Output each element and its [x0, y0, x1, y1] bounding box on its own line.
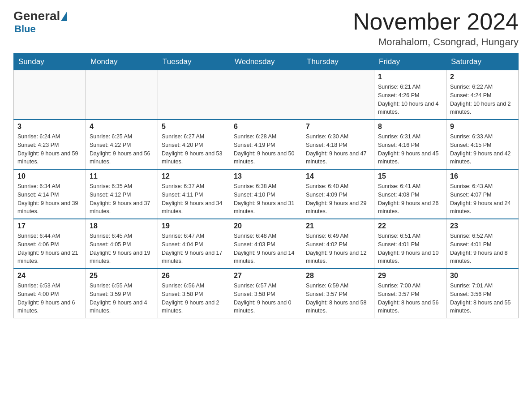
- day-info: Sunrise: 6:55 AM Sunset: 3:59 PM Dayligh…: [90, 282, 154, 315]
- calendar-cell: [158, 70, 230, 120]
- day-info: Sunrise: 6:25 AM Sunset: 4:22 PM Dayligh…: [90, 133, 154, 166]
- calendar-week-row: 3Sunrise: 6:24 AM Sunset: 4:23 PM Daylig…: [14, 120, 519, 169]
- day-number: 25: [90, 272, 154, 280]
- calendar-cell: [230, 70, 302, 120]
- day-number: 9: [450, 123, 515, 131]
- day-info: Sunrise: 6:33 AM Sunset: 4:15 PM Dayligh…: [450, 133, 515, 166]
- day-number: 6: [234, 123, 298, 131]
- calendar-day-header: Friday: [374, 54, 446, 70]
- day-number: 5: [162, 123, 226, 131]
- calendar-cell: 21Sunrise: 6:49 AM Sunset: 4:02 PM Dayli…: [302, 219, 374, 269]
- day-number: 13: [234, 172, 298, 180]
- day-number: 15: [378, 172, 442, 180]
- calendar-cell: 3Sunrise: 6:24 AM Sunset: 4:23 PM Daylig…: [14, 120, 86, 169]
- logo-triangle-icon: [61, 11, 67, 21]
- calendar-day-header: Wednesday: [230, 54, 302, 70]
- day-number: 29: [378, 272, 442, 280]
- calendar-cell: 16Sunrise: 6:43 AM Sunset: 4:07 PM Dayli…: [446, 169, 519, 219]
- calendar-header-row: SundayMondayTuesdayWednesdayThursdayFrid…: [14, 54, 519, 70]
- logo-general-text: General: [13, 9, 60, 23]
- day-info: Sunrise: 6:43 AM Sunset: 4:07 PM Dayligh…: [450, 182, 515, 216]
- day-number: 18: [90, 222, 154, 230]
- day-number: 8: [378, 123, 442, 131]
- calendar-cell: 28Sunrise: 6:59 AM Sunset: 3:57 PM Dayli…: [302, 269, 374, 318]
- day-number: 4: [90, 123, 154, 131]
- day-number: 2: [450, 73, 515, 81]
- day-info: Sunrise: 6:21 AM Sunset: 4:26 PM Dayligh…: [378, 83, 442, 116]
- day-number: 30: [450, 272, 515, 280]
- day-info: Sunrise: 6:52 AM Sunset: 4:01 PM Dayligh…: [450, 232, 515, 265]
- calendar-cell: 15Sunrise: 6:41 AM Sunset: 4:08 PM Dayli…: [374, 169, 446, 219]
- day-number: 7: [306, 123, 370, 131]
- day-info: Sunrise: 6:40 AM Sunset: 4:09 PM Dayligh…: [306, 182, 370, 216]
- calendar-cell: 25Sunrise: 6:55 AM Sunset: 3:59 PM Dayli…: [86, 269, 158, 318]
- calendar-day-header: Tuesday: [158, 54, 230, 70]
- day-number: 3: [17, 123, 82, 131]
- calendar-cell: [14, 70, 86, 120]
- day-info: Sunrise: 6:27 AM Sunset: 4:20 PM Dayligh…: [162, 133, 226, 166]
- calendar-cell: 30Sunrise: 7:01 AM Sunset: 3:56 PM Dayli…: [446, 269, 519, 318]
- calendar-week-row: 24Sunrise: 6:53 AM Sunset: 4:00 PM Dayli…: [14, 269, 519, 318]
- calendar-day-header: Thursday: [302, 54, 374, 70]
- day-number: 22: [378, 222, 442, 230]
- day-info: Sunrise: 6:37 AM Sunset: 4:11 PM Dayligh…: [162, 182, 226, 216]
- day-number: 1: [378, 73, 442, 81]
- day-info: Sunrise: 6:44 AM Sunset: 4:06 PM Dayligh…: [17, 232, 82, 265]
- day-number: 19: [162, 222, 226, 230]
- calendar-cell: 17Sunrise: 6:44 AM Sunset: 4:06 PM Dayli…: [14, 219, 86, 269]
- day-info: Sunrise: 6:34 AM Sunset: 4:14 PM Dayligh…: [17, 182, 82, 216]
- calendar-cell: 26Sunrise: 6:56 AM Sunset: 3:58 PM Dayli…: [158, 269, 230, 318]
- calendar-cell: 20Sunrise: 6:48 AM Sunset: 4:03 PM Dayli…: [230, 219, 302, 269]
- calendar-cell: 5Sunrise: 6:27 AM Sunset: 4:20 PM Daylig…: [158, 120, 230, 169]
- calendar-body: 1Sunrise: 6:21 AM Sunset: 4:26 PM Daylig…: [14, 70, 519, 318]
- calendar-cell: 18Sunrise: 6:45 AM Sunset: 4:05 PM Dayli…: [86, 219, 158, 269]
- calendar-week-row: 17Sunrise: 6:44 AM Sunset: 4:06 PM Dayli…: [14, 219, 519, 269]
- day-info: Sunrise: 6:53 AM Sunset: 4:00 PM Dayligh…: [17, 282, 82, 315]
- day-info: Sunrise: 6:56 AM Sunset: 3:58 PM Dayligh…: [162, 282, 226, 315]
- day-info: Sunrise: 6:24 AM Sunset: 4:23 PM Dayligh…: [17, 133, 82, 166]
- logo: General Blue: [13, 9, 68, 35]
- month-title: November 2024: [353, 9, 519, 34]
- day-info: Sunrise: 6:28 AM Sunset: 4:19 PM Dayligh…: [234, 133, 298, 166]
- day-info: Sunrise: 6:35 AM Sunset: 4:12 PM Dayligh…: [90, 182, 154, 216]
- day-number: 12: [162, 172, 226, 180]
- day-number: 10: [17, 172, 82, 180]
- day-number: 14: [306, 172, 370, 180]
- calendar-cell: 29Sunrise: 7:00 AM Sunset: 3:57 PM Dayli…: [374, 269, 446, 318]
- day-number: 21: [306, 222, 370, 230]
- calendar-cell: 19Sunrise: 6:47 AM Sunset: 4:04 PM Dayli…: [158, 219, 230, 269]
- calendar-cell: 24Sunrise: 6:53 AM Sunset: 4:00 PM Dayli…: [14, 269, 86, 318]
- calendar-cell: 7Sunrise: 6:30 AM Sunset: 4:18 PM Daylig…: [302, 120, 374, 169]
- calendar-cell: 2Sunrise: 6:22 AM Sunset: 4:24 PM Daylig…: [446, 70, 519, 120]
- day-info: Sunrise: 6:57 AM Sunset: 3:58 PM Dayligh…: [234, 282, 298, 315]
- day-number: 26: [162, 272, 226, 280]
- logo-blue-text: Blue: [14, 23, 36, 35]
- calendar-day-header: Saturday: [446, 54, 519, 70]
- day-info: Sunrise: 7:01 AM Sunset: 3:56 PM Dayligh…: [450, 282, 515, 315]
- day-number: 27: [234, 272, 298, 280]
- calendar-cell: 27Sunrise: 6:57 AM Sunset: 3:58 PM Dayli…: [230, 269, 302, 318]
- calendar-cell: 6Sunrise: 6:28 AM Sunset: 4:19 PM Daylig…: [230, 120, 302, 169]
- calendar-table: SundayMondayTuesdayWednesdayThursdayFrid…: [13, 53, 519, 318]
- day-info: Sunrise: 6:38 AM Sunset: 4:10 PM Dayligh…: [234, 182, 298, 216]
- day-number: 24: [17, 272, 82, 280]
- day-info: Sunrise: 6:51 AM Sunset: 4:01 PM Dayligh…: [378, 232, 442, 265]
- header-area: General Blue November 2024 Morahalom, Cs…: [13, 9, 519, 48]
- day-info: Sunrise: 6:31 AM Sunset: 4:16 PM Dayligh…: [378, 133, 442, 166]
- calendar-cell: 10Sunrise: 6:34 AM Sunset: 4:14 PM Dayli…: [14, 169, 86, 219]
- calendar-day-header: Monday: [86, 54, 158, 70]
- calendar-cell: 9Sunrise: 6:33 AM Sunset: 4:15 PM Daylig…: [446, 120, 519, 169]
- day-number: 20: [234, 222, 298, 230]
- calendar-cell: 12Sunrise: 6:37 AM Sunset: 4:11 PM Dayli…: [158, 169, 230, 219]
- day-info: Sunrise: 7:00 AM Sunset: 3:57 PM Dayligh…: [378, 282, 442, 315]
- calendar-cell: 14Sunrise: 6:40 AM Sunset: 4:09 PM Dayli…: [302, 169, 374, 219]
- day-info: Sunrise: 6:59 AM Sunset: 3:57 PM Dayligh…: [306, 282, 370, 315]
- calendar-cell: 8Sunrise: 6:31 AM Sunset: 4:16 PM Daylig…: [374, 120, 446, 169]
- day-number: 17: [17, 222, 82, 230]
- calendar-cell: [302, 70, 374, 120]
- day-number: 23: [450, 222, 515, 230]
- day-info: Sunrise: 6:48 AM Sunset: 4:03 PM Dayligh…: [234, 232, 298, 265]
- calendar-day-header: Sunday: [14, 54, 86, 70]
- day-info: Sunrise: 6:49 AM Sunset: 4:02 PM Dayligh…: [306, 232, 370, 265]
- calendar-cell: 22Sunrise: 6:51 AM Sunset: 4:01 PM Dayli…: [374, 219, 446, 269]
